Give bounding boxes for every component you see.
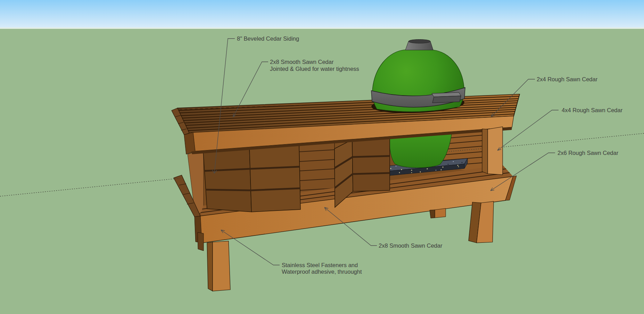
label-top-2x8-line1[interactable]: 2x8 Smooth Sawn Cedar — [270, 59, 334, 65]
right-bifold-panel-2[interactable] — [352, 139, 390, 191]
label-2x6[interactable]: 2x6 Rough Sawn Cedar — [558, 150, 619, 156]
fascia-left-end — [184, 132, 195, 154]
label-top-2x8-line2[interactable]: Jointed & Glued for water tightness — [270, 66, 359, 72]
post-4x4-side — [482, 129, 488, 174]
left-bifold-panel-1[interactable] — [203, 147, 251, 212]
sketchup-viewport: 8" Beveled Cedar Siding 2x8 Smooth Sawn … — [0, 0, 644, 314]
label-2x4[interactable]: 2x4 Rough Sawn Cedar — [537, 76, 598, 82]
left-bifold-panel-2[interactable] — [249, 146, 300, 212]
back-right-leg-side — [430, 210, 435, 218]
label-fasteners-line1[interactable]: Stainless Steel Fasteners and — [282, 262, 358, 268]
egg-band-handle[interactable] — [432, 92, 461, 103]
label-beveled-siding[interactable]: 8" Beveled Cedar Siding — [237, 35, 299, 42]
label-fasteners-line2[interactable]: Waterproof adhesive, thruought — [282, 268, 362, 275]
back-right-leg-front — [435, 208, 446, 218]
label-4x4[interactable]: 4x4 Rough Sawn Cedar — [562, 107, 623, 113]
front-left-leg-side — [207, 242, 213, 291]
horizon-strip — [0, 27, 644, 29]
post-4x4-front — [488, 127, 503, 175]
scene-canvas: 8" Beveled Cedar Siding 2x8 Smooth Sawn … — [0, 0, 644, 314]
back-left-leg — [198, 232, 204, 251]
label-bottom-2x8[interactable]: 2x8 Smooth Sawn Cedar — [379, 242, 443, 249]
front-left-leg-front — [213, 241, 230, 291]
egg-chimney-cap[interactable] — [405, 40, 433, 50]
sky — [0, 0, 644, 28]
